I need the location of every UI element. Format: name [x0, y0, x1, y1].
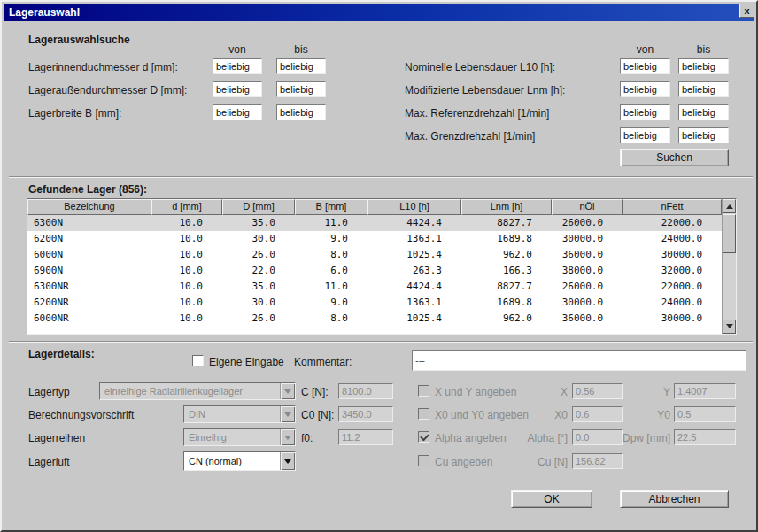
outer-diameter-von-input[interactable] [213, 81, 262, 97]
table-row[interactable]: 6900N10.022.06.0263.3166.338000.032000.0 [27, 263, 722, 279]
lnm-von-input[interactable] [620, 81, 670, 97]
table-cell: 30.0 [222, 295, 295, 311]
cancel-button[interactable]: Abbrechen [620, 490, 729, 508]
column-header[interactable]: nFett [623, 199, 722, 215]
kommentar-label: Kommentar: [294, 356, 352, 368]
table-cell: 9.0 [295, 295, 367, 311]
scroll-down-button[interactable] [723, 320, 736, 334]
eigene-eingabe-checkbox[interactable] [192, 355, 204, 366]
column-header[interactable]: Lnm [h] [461, 199, 552, 215]
l10-label: Nominelle Lebensdauer L10 [h]: [405, 61, 555, 73]
column-header[interactable]: L10 [h] [367, 199, 461, 215]
table-cell: 11.0 [295, 215, 367, 231]
bis-column-label: bis [678, 43, 729, 56]
vertical-scrollbar[interactable] [722, 199, 736, 334]
x0y0-checkbox [418, 408, 429, 420]
table-cell: 6200N [27, 231, 151, 247]
close-icon: x [744, 5, 749, 16]
table-cell: 35.0 [222, 279, 295, 295]
table-row[interactable]: 6200NR10.030.09.01363.11689.830000.02400… [27, 295, 722, 311]
column-header[interactable]: Bezeichung [27, 199, 151, 215]
width-von-input[interactable] [213, 104, 262, 120]
table-cell: 22000.0 [623, 215, 722, 231]
l10-bis-input[interactable] [678, 58, 729, 74]
table-cell: 26.0 [222, 311, 295, 327]
table-cell: 1025.4 [367, 247, 461, 263]
dpw-label: Dpw [mm] [613, 432, 670, 444]
search-heading: Lagerauswahlsuche [28, 34, 130, 46]
berechnungsvorschrift-value: DIN [184, 406, 280, 422]
table-cell: 6900N [27, 263, 151, 279]
table-row[interactable]: 6000N10.026.08.01025.4962.036000.030000.… [27, 247, 722, 263]
x0-label: X0 [493, 409, 568, 421]
ref-speed-bis-input[interactable] [678, 104, 729, 120]
table-cell: 166.3 [461, 263, 552, 279]
ok-button[interactable]: OK [511, 490, 592, 508]
outer-diameter-bis-input[interactable] [276, 81, 326, 97]
alpha-checkbox [418, 431, 429, 443]
chevron-down-icon [280, 406, 295, 422]
scroll-thumb[interactable] [723, 214, 736, 253]
table-row[interactable]: 6000NR10.026.08.01025.4962.036000.030000… [27, 311, 722, 327]
table-cell: 30000.0 [552, 231, 623, 247]
von-column-label: von [213, 43, 262, 56]
column-header[interactable]: nÖl [552, 199, 623, 215]
table-cell: 962.0 [461, 247, 552, 263]
table-cell: 4424.4 [367, 279, 461, 295]
inner-diameter-von-input[interactable] [213, 58, 262, 74]
scroll-down-icon [726, 324, 733, 332]
table-cell: 30000.0 [552, 295, 623, 311]
lnm-label: Modifizierte Lebensdauer Lnm [h]: [405, 84, 565, 96]
cu-checkbox [418, 455, 429, 466]
table-cell: 26000.0 [552, 279, 623, 295]
table-row[interactable]: 6300NR10.035.011.04424.48827.726000.0220… [27, 279, 722, 295]
table-row[interactable]: 6300N10.035.011.04424.48827.726000.02200… [27, 215, 722, 231]
chevron-down-icon[interactable] [280, 452, 295, 470]
table-cell: 30000.0 [623, 311, 722, 327]
table-cell: 30000.0 [623, 247, 722, 263]
lagerluft-select[interactable]: CN (normal) [183, 451, 296, 471]
c0-label: C0 [N]: [301, 409, 334, 421]
table-row[interactable]: 6200N10.030.09.01363.11689.830000.024000… [27, 231, 722, 247]
c-field [338, 383, 393, 399]
xy-checkbox [418, 385, 429, 397]
kommentar-input[interactable] [412, 350, 746, 371]
column-header[interactable]: D [mm] [222, 199, 295, 215]
column-header[interactable]: B [mm] [295, 199, 367, 215]
table-cell: 10.0 [151, 231, 222, 247]
title-bar[interactable]: Lagerauswahl [4, 4, 754, 21]
table-cell: 1689.8 [461, 295, 552, 311]
l10-von-input[interactable] [620, 58, 670, 74]
limit-speed-bis-input[interactable] [678, 127, 729, 143]
scroll-up-button[interactable] [723, 199, 736, 213]
column-header[interactable]: d [mm] [151, 199, 222, 215]
table-cell: 10.0 [151, 279, 222, 295]
c0-field [338, 406, 393, 422]
search-button[interactable]: Suchen [620, 149, 729, 166]
bis-column-label: bis [276, 43, 326, 56]
berechnungsvorschrift-label: Berechnungsvorschrift [28, 409, 134, 421]
inner-diameter-bis-input[interactable] [276, 58, 326, 74]
results-body: 6300N10.035.011.04424.48827.726000.02200… [27, 215, 736, 327]
window-title: Lagerauswahl [9, 6, 80, 19]
table-cell: 26.0 [222, 247, 295, 263]
table-cell: 263.3 [367, 263, 461, 279]
ref-speed-von-input[interactable] [620, 104, 670, 120]
y0-label: Y0 [613, 409, 670, 421]
table-cell: 30.0 [222, 231, 295, 247]
berechnungsvorschrift-select: DIN [183, 405, 296, 423]
lagerauswahl-dialog: Lagerauswahl x Lagerauswahlsuche von bis… [0, 0, 758, 532]
limit-speed-von-input[interactable] [620, 127, 670, 143]
lagerreihen-select: Einreihig [183, 428, 296, 446]
details-heading: Lagerdetails: [28, 348, 95, 360]
limit-speed-label: Max. Grenzdrehzahl [1/min] [405, 130, 535, 143]
lagerreihen-value: Einreihig [184, 429, 280, 445]
outer-diameter-label: Lageraußendurchmesser D [mm]: [28, 84, 187, 96]
ref-speed-label: Max. Referenzdrehzahl [1/min] [405, 107, 549, 120]
close-button[interactable]: x [739, 4, 754, 18]
lnm-bis-input[interactable] [678, 81, 729, 97]
table-cell: 24000.0 [623, 231, 722, 247]
width-bis-input[interactable] [276, 104, 326, 120]
table-cell: 6.0 [295, 263, 367, 279]
table-cell: 24000.0 [623, 295, 722, 311]
